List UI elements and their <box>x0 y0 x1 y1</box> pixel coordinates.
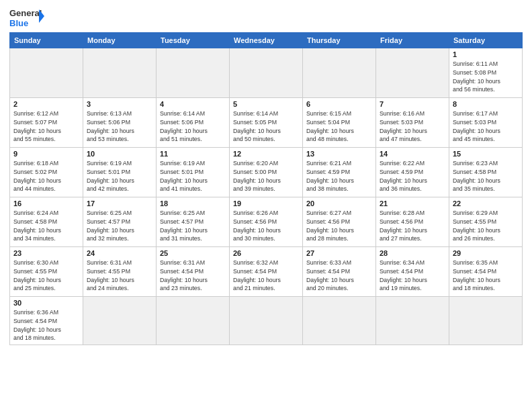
day-info: Sunrise: 6:20 AMSunset: 5:00 PMDaylight:… <box>233 159 299 193</box>
day-info: Sunrise: 6:12 AMSunset: 5:07 PMDaylight:… <box>13 109 79 144</box>
day-info: Sunrise: 6:31 AMSunset: 4:55 PMDaylight:… <box>87 259 152 293</box>
day-info: Sunrise: 6:25 AMSunset: 4:57 PMDaylight:… <box>87 209 152 243</box>
calendar-cell <box>230 48 303 98</box>
day-info: Sunrise: 6:24 AMSunset: 4:58 PMDaylight:… <box>13 209 79 243</box>
day-number: 30 <box>13 299 79 307</box>
calendar-cell: 20Sunrise: 6:27 AMSunset: 4:56 PMDayligh… <box>303 197 376 247</box>
calendar-cell: 4Sunrise: 6:14 AMSunset: 5:06 PMDaylight… <box>157 98 230 148</box>
weekday-wednesday: Wednesday <box>230 33 303 48</box>
calendar-cell: 18Sunrise: 6:25 AMSunset: 4:57 PMDayligh… <box>157 197 230 247</box>
calendar-cell: 10Sunrise: 6:19 AMSunset: 5:01 PMDayligh… <box>83 148 157 197</box>
day-info: Sunrise: 6:32 AMSunset: 4:54 PMDaylight:… <box>233 259 299 293</box>
logo: GeneralBlue <box>9 7 44 28</box>
calendar-cell: 15Sunrise: 6:23 AMSunset: 4:58 PMDayligh… <box>449 148 523 197</box>
day-info: Sunrise: 6:29 AMSunset: 4:55 PMDaylight:… <box>453 209 519 243</box>
day-info: Sunrise: 6:34 AMSunset: 4:54 PMDaylight:… <box>380 259 445 293</box>
weekday-monday: Monday <box>83 33 157 48</box>
day-info: Sunrise: 6:18 AMSunset: 5:02 PMDaylight:… <box>13 159 79 193</box>
day-number: 3 <box>87 100 152 108</box>
weekday-tuesday: Tuesday <box>157 33 230 48</box>
calendar-cell: 7Sunrise: 6:16 AMSunset: 5:03 PMDaylight… <box>376 98 449 148</box>
day-number: 9 <box>13 150 79 158</box>
calendar-week-1: 2Sunrise: 6:12 AMSunset: 5:07 PMDaylight… <box>10 98 523 148</box>
day-info: Sunrise: 6:30 AMSunset: 4:55 PMDaylight:… <box>13 259 79 293</box>
calendar-cell: 14Sunrise: 6:22 AMSunset: 4:59 PMDayligh… <box>376 148 449 197</box>
calendar-week-3: 16Sunrise: 6:24 AMSunset: 4:58 PMDayligh… <box>10 197 523 247</box>
day-number: 24 <box>87 249 152 257</box>
calendar-cell: 26Sunrise: 6:32 AMSunset: 4:54 PMDayligh… <box>230 247 303 297</box>
calendar-cell: 9Sunrise: 6:18 AMSunset: 5:02 PMDaylight… <box>10 148 83 197</box>
calendar-cell: 25Sunrise: 6:31 AMSunset: 4:54 PMDayligh… <box>157 247 230 297</box>
day-number: 21 <box>380 199 445 208</box>
calendar-cell: 12Sunrise: 6:20 AMSunset: 5:00 PMDayligh… <box>230 148 303 197</box>
day-number: 19 <box>233 199 299 208</box>
calendar: SundayMondayTuesdayWednesdayThursdayFrid… <box>9 32 523 345</box>
calendar-cell <box>83 48 157 98</box>
calendar-cell: 2Sunrise: 6:12 AMSunset: 5:07 PMDaylight… <box>10 98 83 148</box>
day-number: 17 <box>87 199 152 208</box>
calendar-cell: 19Sunrise: 6:26 AMSunset: 4:56 PMDayligh… <box>230 197 303 247</box>
calendar-cell <box>157 297 230 345</box>
calendar-cell: 1Sunrise: 6:11 AMSunset: 5:08 PMDaylight… <box>449 48 523 98</box>
calendar-cell: 21Sunrise: 6:28 AMSunset: 4:56 PMDayligh… <box>376 197 449 247</box>
calendar-cell <box>157 48 230 98</box>
calendar-cell: 28Sunrise: 6:34 AMSunset: 4:54 PMDayligh… <box>376 247 449 297</box>
day-number: 27 <box>306 249 372 257</box>
page: GeneralBlue SundayMondayTuesdayWednesday… <box>0 0 532 411</box>
day-number: 23 <box>13 249 79 257</box>
weekday-saturday: Saturday <box>449 33 523 48</box>
calendar-cell: 6Sunrise: 6:15 AMSunset: 5:04 PMDaylight… <box>303 98 376 148</box>
day-info: Sunrise: 6:25 AMSunset: 4:57 PMDaylight:… <box>160 209 226 243</box>
calendar-cell: 27Sunrise: 6:33 AMSunset: 4:54 PMDayligh… <box>303 247 376 297</box>
day-info: Sunrise: 6:15 AMSunset: 5:04 PMDaylight:… <box>306 109 372 144</box>
calendar-week-4: 23Sunrise: 6:30 AMSunset: 4:55 PMDayligh… <box>10 247 523 297</box>
day-number: 7 <box>380 100 445 108</box>
day-number: 10 <box>87 150 152 158</box>
calendar-cell <box>230 297 303 345</box>
day-info: Sunrise: 6:28 AMSunset: 4:56 PMDaylight:… <box>380 209 445 243</box>
calendar-week-5: 30Sunrise: 6:36 AMSunset: 4:54 PMDayligh… <box>10 297 523 345</box>
calendar-week-0: 1Sunrise: 6:11 AMSunset: 5:08 PMDaylight… <box>10 48 523 98</box>
svg-text:General: General <box>9 8 42 18</box>
day-number: 4 <box>160 100 226 108</box>
day-info: Sunrise: 6:19 AMSunset: 5:01 PMDaylight:… <box>160 159 226 193</box>
weekday-thursday: Thursday <box>303 33 376 48</box>
day-info: Sunrise: 6:22 AMSunset: 4:59 PMDaylight:… <box>380 159 445 193</box>
day-number: 14 <box>380 150 445 158</box>
calendar-cell <box>376 48 449 98</box>
day-info: Sunrise: 6:14 AMSunset: 5:06 PMDaylight:… <box>160 109 226 144</box>
calendar-cell <box>83 297 157 345</box>
day-number: 2 <box>13 100 79 108</box>
header: GeneralBlue <box>9 7 523 28</box>
calendar-cell: 16Sunrise: 6:24 AMSunset: 4:58 PMDayligh… <box>10 197 83 247</box>
calendar-cell <box>303 297 376 345</box>
day-info: Sunrise: 6:16 AMSunset: 5:03 PMDaylight:… <box>380 109 445 144</box>
day-number: 6 <box>306 100 372 108</box>
day-number: 18 <box>160 199 226 208</box>
calendar-cell: 17Sunrise: 6:25 AMSunset: 4:57 PMDayligh… <box>83 197 157 247</box>
day-info: Sunrise: 6:27 AMSunset: 4:56 PMDaylight:… <box>306 209 372 243</box>
calendar-header: SundayMondayTuesdayWednesdayThursdayFrid… <box>10 33 523 48</box>
weekday-friday: Friday <box>376 33 449 48</box>
day-number: 8 <box>453 100 519 108</box>
day-info: Sunrise: 6:19 AMSunset: 5:01 PMDaylight:… <box>87 159 152 193</box>
day-number: 20 <box>306 199 372 208</box>
day-info: Sunrise: 6:11 AMSunset: 5:08 PMDaylight:… <box>453 60 519 94</box>
svg-text:Blue: Blue <box>9 18 28 28</box>
weekday-sunday: Sunday <box>10 33 83 48</box>
day-info: Sunrise: 6:14 AMSunset: 5:05 PMDaylight:… <box>233 109 299 144</box>
calendar-cell: 11Sunrise: 6:19 AMSunset: 5:01 PMDayligh… <box>157 148 230 197</box>
day-info: Sunrise: 6:36 AMSunset: 4:54 PMDaylight:… <box>13 308 79 342</box>
calendar-cell: 13Sunrise: 6:21 AMSunset: 4:59 PMDayligh… <box>303 148 376 197</box>
calendar-cell: 23Sunrise: 6:30 AMSunset: 4:55 PMDayligh… <box>10 247 83 297</box>
calendar-cell <box>303 48 376 98</box>
day-number: 13 <box>306 150 372 158</box>
day-info: Sunrise: 6:13 AMSunset: 5:06 PMDaylight:… <box>87 109 152 144</box>
calendar-body: 1Sunrise: 6:11 AMSunset: 5:08 PMDaylight… <box>10 48 523 345</box>
calendar-cell: 29Sunrise: 6:35 AMSunset: 4:54 PMDayligh… <box>449 247 523 297</box>
weekday-header-row: SundayMondayTuesdayWednesdayThursdayFrid… <box>10 33 523 48</box>
day-info: Sunrise: 6:23 AMSunset: 4:58 PMDaylight:… <box>453 159 519 193</box>
calendar-cell: 8Sunrise: 6:17 AMSunset: 5:03 PMDaylight… <box>449 98 523 148</box>
calendar-cell: 5Sunrise: 6:14 AMSunset: 5:05 PMDaylight… <box>230 98 303 148</box>
day-info: Sunrise: 6:35 AMSunset: 4:54 PMDaylight:… <box>453 259 519 293</box>
